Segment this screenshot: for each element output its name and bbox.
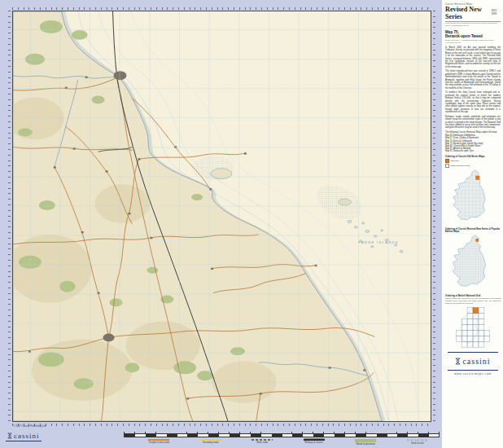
bottom-margin-ticks — [12, 424, 431, 426]
map-canvas: FARNE ISLANDS — [13, 11, 431, 421]
key-label: Turnpike & main roads — [148, 441, 169, 444]
key-label: Woods & plantations — [356, 443, 375, 446]
key-label: Minor roads — [256, 441, 268, 444]
right-margin-ticks — [433, 11, 435, 422]
description-paragraph: In March 1841 an Act was passed enabling… — [445, 46, 501, 68]
description-paragraph: Railways, roads, woods, parklands and an… — [445, 116, 501, 130]
adjoining-maps-intro: The following Cassini Historical Maps ad… — [445, 131, 501, 134]
key-label: Sands & mud — [411, 442, 424, 445]
map-title: Berwick-upon-Tweed — [445, 34, 501, 38]
hourglass-icon — [455, 358, 461, 365]
key-label: Railways & stations — [305, 441, 324, 444]
description-paragraph: To produce this map Cassini have enlarge… — [445, 91, 501, 113]
website-url: www.cassinimaps.com — [445, 372, 501, 376]
adjoining-map-entry: Map 82, Newcastle upon Tyne — [445, 150, 501, 152]
railway-symbol — [304, 439, 325, 441]
national-grid-note: Cassini maps are indexed to the 100 km s… — [445, 298, 501, 305]
footer-logo-text: cassini — [14, 432, 40, 440]
wood-symbol — [355, 439, 376, 442]
key-item: Minor roads — [240, 439, 285, 446]
key-item: Woods & plantations — [343, 439, 388, 446]
key-item: Secondary roads — [189, 439, 234, 446]
key-item: Railways & stations — [292, 439, 337, 446]
other-maps-swatch — [445, 164, 449, 168]
highlighted-sheet — [476, 239, 479, 241]
this-map-swatch — [445, 159, 449, 163]
this-map-label: This map — [451, 160, 459, 162]
sidebar-cassini-logo: cassini — [448, 352, 498, 371]
highlighted-sheet — [476, 176, 479, 179]
highlighted-grid-square — [473, 307, 479, 313]
top-margin-ticks — [12, 7, 431, 10]
scale-bar-segments — [124, 433, 440, 437]
index-map-2-heading: Ordering of Cassini Revised New Series &… — [445, 228, 501, 233]
series-title: Revised New Series — [445, 6, 489, 20]
description-paragraph: The sheet reproduced here was revised in… — [445, 70, 501, 89]
other-maps-label: Other available maps — [451, 165, 470, 167]
secondary-road-symbol — [200, 439, 221, 441]
turnpike-road-symbol — [148, 439, 169, 441]
scale-note: Scale 1:50,000 — enlarged from the origi… — [445, 40, 501, 45]
footer-cassini-logo: cassini — [6, 432, 42, 441]
info-sidebar: Cassini Historical Maps Revised New Seri… — [442, 0, 503, 448]
publisher-line: Reprojected and enlarged to match the mo… — [445, 23, 501, 28]
index-map-1-heading: Ordering of Cassini Old Series Maps — [445, 156, 501, 158]
index-map-new-series — [449, 234, 496, 292]
left-margin-ticks — [8, 11, 11, 422]
hourglass-icon — [7, 433, 12, 439]
sand-symbol — [407, 439, 428, 441]
index-map-legend: This map Other available maps — [445, 159, 501, 168]
map-copyright: © 2007 Cassini Publishing Ltd — [13, 424, 46, 428]
series-dates: 1897-1898 — [491, 9, 501, 15]
map-sheet: FARNE ISLANDS — [12, 11, 431, 422]
series-title-row: Revised New Series 1897-1898 — [445, 6, 501, 22]
key-item: Turnpike & main roads — [137, 439, 182, 446]
minor-road-symbol — [252, 439, 273, 441]
key-label: Secondary roads — [203, 441, 219, 444]
national-grid-overlay — [13, 11, 431, 421]
key-item: Sands & mud — [396, 439, 440, 446]
index-map-old-series — [451, 169, 495, 226]
scale-bar — [124, 432, 440, 437]
sidebar-logo-text: cassini — [462, 357, 490, 366]
index-map-national-grid — [453, 306, 493, 349]
map-key-legend: Turnpike & main roads Secondary roads Mi… — [137, 439, 440, 446]
